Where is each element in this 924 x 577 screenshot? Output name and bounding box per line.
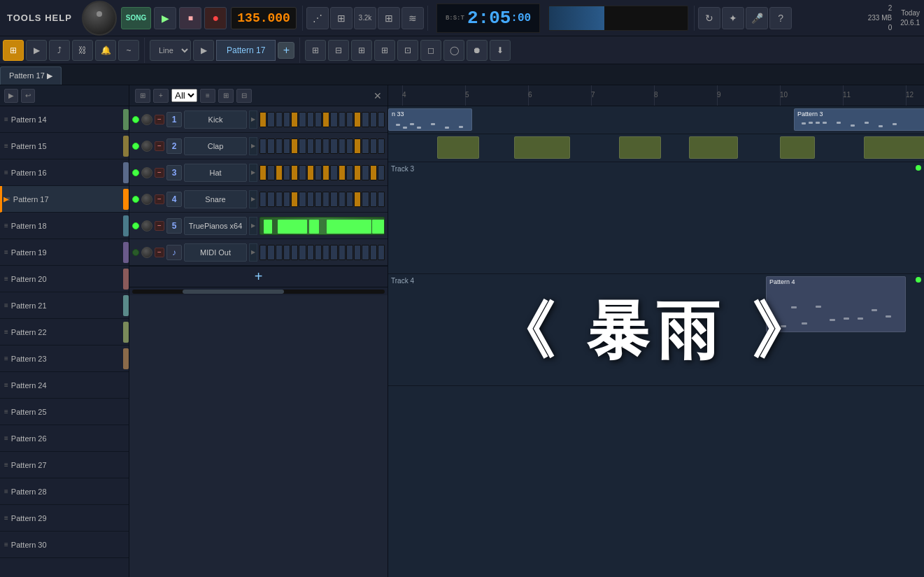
beat-step-3-8[interactable] [322,192,329,207]
mute-btn[interactable]: ◻ [420,40,441,61]
beat-knob-btn[interactable]: ⊞ [135,89,150,103]
beat-step-0-5[interactable] [299,112,306,127]
beat-led-4[interactable] [132,222,139,229]
beat-step-2-7[interactable] [315,165,322,180]
beat-step-1-0[interactable] [260,138,266,154]
beat-step-0-6[interactable] [307,112,314,127]
pattern-item-13[interactable]: ≡Pattern 27 [0,452,129,478]
beat-arrow-0[interactable]: ▶ [249,111,257,129]
beat-step-3-12[interactable] [354,192,361,207]
beat-step-2-14[interactable] [370,165,377,180]
beat-minus-btn-0[interactable]: − [155,115,164,124]
beat-led-2[interactable] [132,169,139,176]
beat-step-1-11[interactable] [346,138,353,154]
pattern-item-16[interactable]: ≡Pattern 30 [0,532,129,558]
pattern-item-11[interactable]: ≡Pattern 25 [0,399,129,425]
beat-vol-knob-2[interactable] [141,167,152,178]
beat-step-0-14[interactable] [370,112,377,127]
song-block-0[interactable]: n 33 [388,108,472,131]
beat-step-1-12[interactable] [354,138,361,154]
beat-minus-btn-1[interactable]: − [155,141,164,151]
solo-btn[interactable]: ◯ [443,40,464,61]
help-icon[interactable]: ? [769,7,792,29]
sidebar-undo-btn[interactable]: ↩ [21,89,35,103]
right-arrow-btn[interactable]: ▶ [26,40,47,61]
beat-name-btn-0[interactable]: Kick [184,111,247,129]
beat-step-0-3[interactable] [283,112,290,127]
snap-btn[interactable]: ⊞ [374,40,395,61]
beat-step-5-7[interactable] [315,245,322,260]
beat-scroll-track[interactable] [132,290,385,294]
beat-step-0-10[interactable] [339,112,346,127]
record-button[interactable]: ● [204,7,227,29]
plugin-icon[interactable]: ≋ [401,7,424,29]
beat-step-1-2[interactable] [276,138,283,154]
beat-step-0-9[interactable] [330,112,337,127]
beat-vol-knob-4[interactable] [141,220,152,231]
pattern-item-7[interactable]: ≡Pattern 21 [0,292,129,319]
beat-step-1-7[interactable] [315,138,322,154]
beat-arrow-3[interactable]: ▶ [249,190,257,208]
beat-minus-btn-3[interactable]: − [155,194,164,204]
beat-step-1-13[interactable] [362,138,369,154]
stop-button[interactable]: ■ [179,7,201,29]
beat-hdr-icon1[interactable]: ≡ [200,89,215,103]
logo-knob[interactable] [82,1,117,36]
up-hook-btn[interactable]: ⤴ [49,40,70,61]
song-block-pattern4[interactable]: Pattern 4 [766,276,906,332]
pattern-item-15[interactable]: ≡Pattern 29 [0,505,129,532]
clone-btn[interactable]: ⊡ [397,40,418,61]
beat-step-2-4[interactable] [291,165,298,180]
beat-step-3-1[interactable] [267,192,274,207]
beat-step-0-15[interactable] [378,112,385,127]
beat-step-1-4[interactable] [291,138,298,154]
collapse-btn[interactable]: ⊟ [328,40,349,61]
pattern-name-button[interactable]: Pattern 17 [216,40,276,61]
mic-icon[interactable]: 🎤 [746,7,768,29]
beat-step-3-6[interactable] [307,192,314,207]
save-btn[interactable]: ⬇ [490,40,511,61]
beat-all-select[interactable]: All [171,89,197,102]
song-block-3[interactable] [689,136,738,159]
beat-step-5-8[interactable] [322,245,329,260]
pattern-item-2[interactable]: ≡Pattern 16 [0,159,129,186]
beat-step-1-15[interactable] [378,138,385,154]
bell-btn[interactable]: 🔔 [95,40,116,61]
beat-step-3-14[interactable] [370,192,377,207]
pattern-item-1[interactable]: ≡Pattern 15 [0,133,129,159]
beat-step-0-13[interactable] [362,112,369,127]
beat-name-btn-2[interactable]: Hat [184,164,247,182]
routing-icon[interactable]: ⋰ [306,7,329,29]
beat-minus-btn-4[interactable]: − [155,221,164,231]
beat-step-1-10[interactable] [339,138,346,154]
beat-step-3-0[interactable] [260,192,266,207]
beat-step-5-3[interactable] [283,245,290,260]
pattern-item-6[interactable]: ≡Pattern 20 [0,266,129,292]
settings-icon[interactable]: ✦ [722,7,744,29]
beat-step-5-0[interactable] [260,245,266,260]
pattern-item-3[interactable]: ▶≡Pattern 17 [0,186,129,213]
beat-step-2-3[interactable] [283,165,290,180]
link-btn[interactable]: ⛓ [72,40,93,61]
pattern-item-12[interactable]: ≡Pattern 26 [0,425,129,452]
beat-led-0[interactable] [132,116,139,123]
mixer-icon[interactable]: ⊞ [330,7,353,29]
beat-arrow-1[interactable]: ▶ [249,137,257,155]
song-block-1[interactable]: Pattern 3 [794,108,924,131]
beat-step-0-12[interactable] [354,112,361,127]
beat-add-track[interactable]: + [153,89,169,103]
beat-step-0-8[interactable] [322,112,329,127]
song-block-0[interactable] [437,136,479,159]
beat-step-2-5[interactable] [299,165,306,180]
beat-step-1-14[interactable] [370,138,377,154]
bpm-tap-icon[interactable]: 3.2k [354,7,376,29]
beat-step-5-2[interactable] [276,245,283,260]
beat-step-5-13[interactable] [362,245,369,260]
line-select[interactable]: Line [150,40,191,61]
beat-step-2-6[interactable] [307,165,314,180]
pattern-item-5[interactable]: ≡Pattern 19 [0,239,129,266]
step-seq-tab[interactable]: ⊞ [3,40,24,61]
beat-step-1-8[interactable] [322,138,329,154]
beat-step-5-15[interactable] [378,245,385,260]
beat-step-5-6[interactable] [307,245,314,260]
